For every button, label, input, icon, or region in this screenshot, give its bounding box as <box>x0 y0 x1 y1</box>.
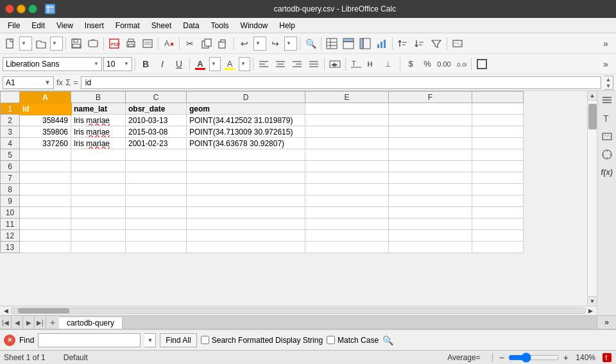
sort-asc-button[interactable] <box>395 36 411 51</box>
sidebar-navigator-icon[interactable] <box>600 147 614 161</box>
cell-c1[interactable]: obsr_date <box>126 103 187 115</box>
font-name-combo[interactable]: Liberation Sans ▼ <box>3 57 102 71</box>
window-controls[interactable] <box>5 4 37 13</box>
print-button[interactable] <box>123 36 139 51</box>
cut-button[interactable]: ✂ <box>182 36 198 51</box>
redo-combo[interactable]: ▼ <box>284 37 297 51</box>
spell-check-button[interactable]: A <box>161 36 176 51</box>
menu-sheet[interactable]: Sheet <box>146 20 176 31</box>
tab-last-button[interactable]: ▶| <box>35 316 46 329</box>
format-bottom-button[interactable]: ⊥ <box>382 56 397 72</box>
insert-image-button[interactable] <box>450 36 465 51</box>
find-dropdown-button[interactable]: ▼ <box>144 333 156 347</box>
maximize-button[interactable] <box>28 4 37 13</box>
save-button[interactable] <box>69 36 84 51</box>
find-button[interactable]: 🔍 <box>303 36 318 51</box>
sidebar-gallery-icon[interactable] <box>600 129 614 144</box>
horizontal-scrollbar[interactable]: ◀ ▶ <box>0 306 597 315</box>
underline-button[interactable]: U <box>171 56 187 72</box>
italic-button[interactable]: I <box>155 56 170 72</box>
paste-button[interactable] <box>216 36 231 51</box>
function-wizard-icon[interactable]: fx <box>56 78 63 87</box>
chart-button[interactable] <box>374 36 389 51</box>
search-formatted-check[interactable] <box>201 336 209 344</box>
sort-desc-button[interactable] <box>412 36 427 51</box>
undo-combo[interactable]: ▼ <box>253 37 266 51</box>
col-header-d[interactable]: D <box>187 92 305 103</box>
format-top-button[interactable]: T <box>348 56 364 72</box>
hscroll-track[interactable] <box>11 308 586 314</box>
col-header-a[interactable]: A <box>20 92 71 103</box>
match-case-check[interactable] <box>327 336 335 344</box>
font-color-combo[interactable]: ▼ <box>209 57 221 71</box>
tab-first-button[interactable]: |◀ <box>0 316 12 329</box>
cell-d3[interactable]: POINT(34.713009 30.972615) <box>187 126 305 138</box>
merge-cells-button[interactable]: ◀▶ <box>327 56 343 72</box>
menu-window[interactable]: Window <box>235 20 273 31</box>
format-middle-button[interactable] <box>365 56 381 72</box>
pdf-export-button[interactable]: PDF <box>107 36 122 51</box>
match-case-checkbox[interactable]: Match Case <box>327 336 379 345</box>
tab-prev-button[interactable]: ◀ <box>12 316 23 329</box>
size-combo-arrow[interactable]: ▼ <box>124 61 129 67</box>
cell-e4[interactable] <box>305 138 389 149</box>
cell-e1[interactable] <box>305 103 389 115</box>
justify-button[interactable] <box>306 56 321 72</box>
cell-a4[interactable]: 337260 <box>20 138 71 149</box>
close-button[interactable] <box>5 4 14 13</box>
decimal-more-button[interactable]: .0.00 <box>453 56 468 72</box>
cell-g1[interactable] <box>472 103 524 115</box>
vscroll-thumb[interactable] <box>588 104 597 129</box>
formula-expand-button[interactable]: ▲ ▼ <box>604 76 613 90</box>
currency-button[interactable]: $ <box>403 56 418 72</box>
preview-button[interactable] <box>140 36 155 51</box>
align-right-button[interactable] <box>289 56 305 72</box>
sidebar-functions-icon[interactable]: f(x) <box>600 165 614 179</box>
cell-f1[interactable] <box>389 103 472 115</box>
cell-reference-box[interactable]: A1 ▼ <box>3 76 54 89</box>
undo-button[interactable]: ↩ <box>237 36 252 51</box>
cell-e3[interactable] <box>305 126 389 138</box>
zoom-slider[interactable] <box>508 354 560 361</box>
find-input[interactable] <box>38 333 141 347</box>
find-search-icon[interactable]: 🔍 <box>382 335 393 345</box>
open-combo[interactable]: ▼ <box>50 37 63 51</box>
find-all-button[interactable]: Find All <box>160 333 196 347</box>
sheet-tab-active[interactable]: cartodb-query <box>59 317 123 329</box>
cell-ref-arrow[interactable]: ▼ <box>44 79 51 86</box>
tab-next-button[interactable]: ▶ <box>23 316 35 329</box>
cell-g2[interactable] <box>472 115 524 126</box>
align-left-button[interactable] <box>256 56 271 72</box>
col-header-f[interactable]: F <box>389 92 472 103</box>
new-combo[interactable]: ▼ <box>19 37 32 51</box>
formula-input[interactable]: id <box>81 76 601 89</box>
tab-more-button[interactable]: » <box>597 316 616 329</box>
minimize-button[interactable] <box>17 4 26 13</box>
cell-e2[interactable] <box>305 115 389 126</box>
align-center-button[interactable] <box>273 56 288 72</box>
highlight-color-combo[interactable]: ▼ <box>239 57 250 71</box>
menu-insert[interactable]: Insert <box>80 20 109 31</box>
percent-button[interactable]: % <box>420 56 435 72</box>
menu-data[interactable]: Data <box>178 20 204 31</box>
cell-c3[interactable]: 2015-03-08 <box>126 126 187 138</box>
font-color-button[interactable]: A <box>193 56 208 72</box>
col-header-c[interactable]: C <box>126 92 187 103</box>
find-close-button[interactable]: ✕ <box>4 335 15 346</box>
cell-b1[interactable]: name_lat <box>71 103 126 115</box>
cell-b2[interactable]: Iris mariae <box>71 115 126 126</box>
cell-d2[interactable]: POINT(34.412502 31.019879) <box>187 115 305 126</box>
cell-a1[interactable]: id <box>20 103 71 115</box>
cell-f4[interactable] <box>389 138 472 149</box>
toolbar-more-button[interactable]: » <box>598 36 613 51</box>
insert-table-button[interactable] <box>324 36 339 51</box>
menu-file[interactable]: File <box>3 20 25 31</box>
menu-tools[interactable]: Tools <box>206 20 234 31</box>
sidebar-styles-icon[interactable]: T <box>600 112 614 126</box>
hscroll-left-button[interactable]: ◀ <box>1 303 11 315</box>
menu-format[interactable]: Format <box>110 20 145 31</box>
fmt-more-button[interactable]: » <box>598 56 613 72</box>
save-remote-button[interactable] <box>85 36 101 51</box>
cell-c4[interactable]: 2001-02-23 <box>126 138 187 149</box>
cell-f2[interactable] <box>389 115 472 126</box>
